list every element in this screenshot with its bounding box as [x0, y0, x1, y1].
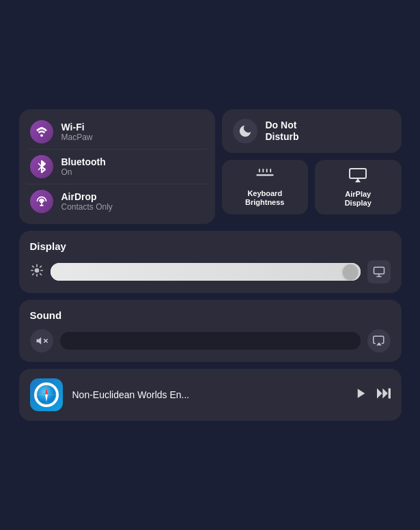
airplay-audio-icon — [373, 335, 385, 347]
bluetooth-icon-bg — [30, 155, 53, 178]
airplay-display-label: AirPlay Display — [345, 190, 372, 208]
brightness-row — [30, 260, 391, 283]
safari-icon — [30, 378, 63, 411]
wifi-label: Wi-Fi — [61, 122, 93, 132]
svg-marker-30 — [377, 389, 382, 399]
keyboard-brightness-button[interactable]: Keyboard Brightness — [222, 160, 309, 214]
svg-rect-2 — [259, 169, 260, 172]
svg-line-16 — [32, 274, 33, 275]
airdrop-label: AirDrop — [61, 191, 113, 202]
network-panel: Wi-Fi MacPaw Bluetooth On — [19, 109, 215, 224]
skip-forward-icon — [377, 387, 391, 400]
sound-panel: Sound — [19, 300, 402, 362]
svg-line-13 — [32, 266, 33, 268]
airdrop-text: AirDrop Contacts Only — [61, 191, 113, 212]
bluetooth-label: Bluetooth — [61, 156, 106, 167]
brightness-slider[interactable] — [51, 263, 361, 281]
dnd-button[interactable]: Do Not Disturb — [222, 109, 402, 153]
bluetooth-item[interactable]: Bluetooth On — [27, 150, 207, 184]
brightness-icon — [30, 264, 44, 280]
svg-rect-6 — [256, 174, 273, 176]
wifi-sub: MacPaw — [61, 132, 93, 142]
display-panel: Display — [19, 231, 402, 293]
display-title: Display — [30, 240, 391, 252]
svg-point-1 — [40, 200, 43, 204]
wifi-text: Wi-Fi MacPaw — [61, 122, 93, 142]
airplay-display-button[interactable]: AirPlay Display — [315, 160, 402, 214]
playback-controls — [355, 387, 391, 403]
dnd-icon — [233, 119, 257, 143]
small-buttons-row: Keyboard Brightness AirPlay Display — [222, 160, 402, 214]
airdrop-item[interactable]: AirDrop Contacts Only — [27, 184, 207, 219]
volume-slider[interactable] — [60, 332, 361, 350]
svg-rect-5 — [270, 169, 271, 172]
airdrop-sub: Contacts Only — [61, 202, 113, 212]
svg-rect-7 — [350, 169, 366, 178]
top-row: Wi-Fi MacPaw Bluetooth On — [19, 109, 402, 224]
brightness-thumb — [343, 264, 358, 279]
keyboard-brightness-label: Keyboard Brightness — [245, 189, 284, 207]
volume-row — [30, 329, 391, 352]
airdrop-icon-bg — [30, 190, 53, 213]
now-playing-panel: Non-Euclidean Worlds En... — [19, 369, 402, 421]
svg-marker-29 — [357, 389, 365, 398]
svg-rect-4 — [266, 169, 268, 172]
brightness-track — [51, 263, 361, 281]
mute-icon — [36, 335, 48, 347]
bluetooth-text: Bluetooth On — [61, 156, 106, 177]
sound-title: Sound — [30, 309, 391, 321]
svg-rect-32 — [388, 389, 390, 399]
svg-marker-31 — [382, 389, 388, 399]
svg-rect-3 — [262, 169, 264, 172]
airplay-display-icon — [349, 168, 367, 186]
play-button[interactable] — [355, 387, 367, 403]
dnd-label: Do Not Disturb — [266, 120, 299, 143]
skip-forward-button[interactable] — [377, 387, 391, 402]
wifi-item[interactable]: Wi-Fi MacPaw — [27, 115, 207, 150]
right-panels: Do Not Disturb — [222, 109, 402, 224]
wifi-icon-bg — [30, 120, 53, 143]
mute-button[interactable] — [30, 329, 53, 352]
now-playing-title: Non-Euclidean Worlds En... — [72, 389, 346, 400]
svg-line-14 — [40, 274, 41, 275]
display-icon — [373, 266, 385, 278]
keyboard-brightness-icon — [256, 169, 274, 185]
svg-rect-17 — [374, 267, 384, 274]
bluetooth-sub: On — [61, 167, 106, 177]
airplay-audio-button[interactable] — [367, 329, 391, 352]
svg-line-15 — [40, 266, 41, 268]
svg-marker-20 — [376, 342, 382, 346]
svg-point-0 — [40, 134, 43, 137]
display-mirror-button[interactable] — [367, 260, 391, 283]
play-icon — [355, 387, 367, 400]
control-center: Wi-Fi MacPaw Bluetooth On — [19, 109, 402, 421]
svg-point-8 — [34, 268, 39, 273]
